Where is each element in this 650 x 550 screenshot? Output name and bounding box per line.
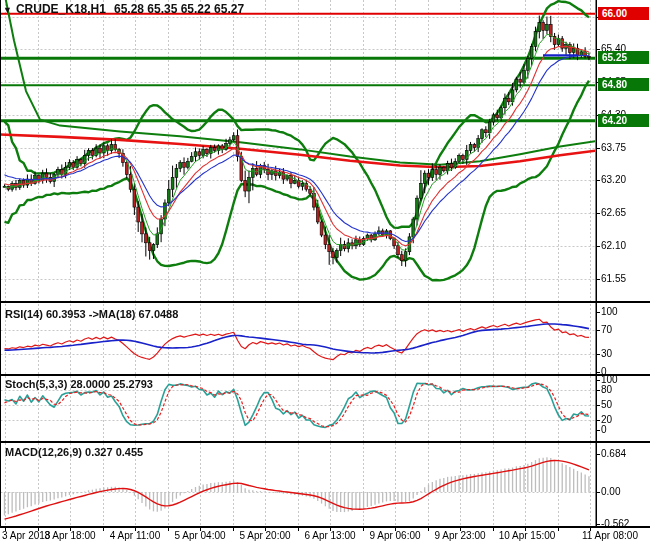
chart-canvas[interactable] xyxy=(0,0,650,550)
y-axis-label: 63.75 xyxy=(601,142,626,153)
price-level-badge: 66.00 xyxy=(598,7,649,20)
macd-axis-label: 0.684 xyxy=(601,448,626,459)
chart-title: ▼CRUDE_K18,H165.28 65.35 65.22 65.27 xyxy=(3,2,244,16)
x-axis-label: 4 Apr 11:00 xyxy=(101,530,169,541)
symbol-dropdown-icon[interactable]: ▼ xyxy=(3,5,12,15)
y-axis-label: 62.65 xyxy=(601,207,626,218)
y-axis-label: 62.10 xyxy=(601,240,626,251)
trading-chart-window: ▼CRUDE_K18,H165.28 65.35 65.22 65.27 RSI… xyxy=(0,0,650,550)
y-axis-label: 63.20 xyxy=(601,174,626,185)
macd-axis-label: -0.562 xyxy=(601,518,629,529)
price-level-badge: 65.25 xyxy=(598,51,649,64)
x-axis-label: 3 Apr 18:00 xyxy=(36,530,104,541)
stoch-axis-label: 0 xyxy=(601,424,607,435)
price-level-badge: 64.20 xyxy=(598,114,649,127)
x-axis-label: 9 Apr 23:00 xyxy=(426,530,494,541)
macd-axis-label: 0.00 xyxy=(601,486,620,497)
stoch-axis-label: 80 xyxy=(601,384,612,395)
macd-pane-label: MACD(12,26,9) 0.327 0.455 xyxy=(5,446,143,458)
rsi-pane-label: RSI(14) 60.3953 ->MA(18) 67.0488 xyxy=(5,308,178,320)
symbol-name: CRUDE_K18,H1 xyxy=(16,2,106,16)
rsi-axis-label: 100 xyxy=(601,306,618,317)
stoch-axis-label: 50 xyxy=(601,399,612,410)
rsi-axis-label: 70 xyxy=(601,324,612,335)
stoch-pane-label: Stoch(5,3,3) 28.0000 25.2793 xyxy=(5,378,153,390)
x-axis-label: 5 Apr 20:00 xyxy=(231,530,299,541)
price-level-badge: 64.80 xyxy=(598,78,649,91)
x-axis-label: 10 Apr 15:00 xyxy=(493,530,561,541)
x-axis-label: 6 Apr 13:00 xyxy=(296,530,364,541)
rsi-axis-label: 30 xyxy=(601,348,612,359)
x-axis-label: 9 Apr 06:00 xyxy=(361,530,429,541)
y-axis-label: 61.55 xyxy=(601,273,626,284)
x-axis-label: 5 Apr 04:00 xyxy=(166,530,234,541)
ohlc-readout: 65.28 65.35 65.22 65.27 xyxy=(114,2,244,16)
x-axis-label: 11 Apr 08:00 xyxy=(576,530,644,541)
